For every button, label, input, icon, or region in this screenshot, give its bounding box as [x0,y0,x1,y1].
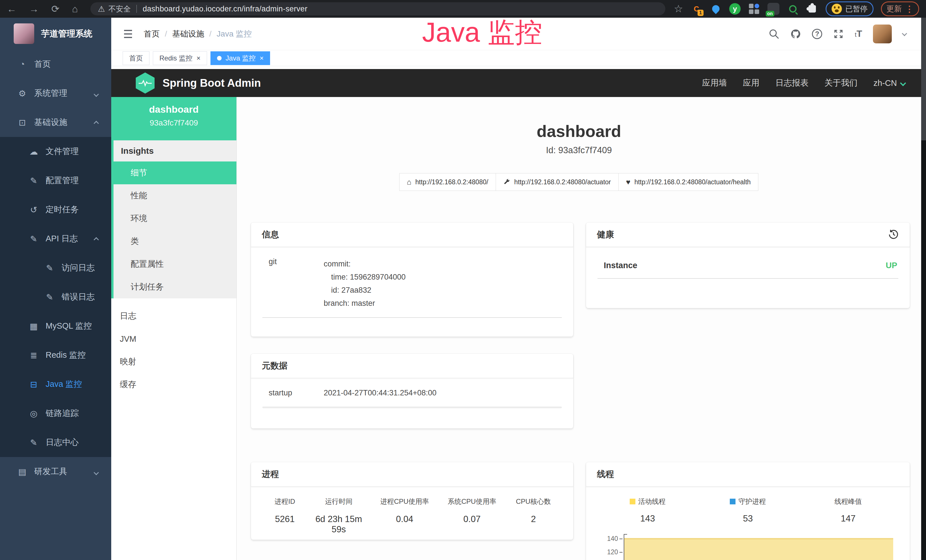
sidebar-item-job[interactable]: ↺ 定时任务 [0,195,111,224]
endpoint-actuator-link[interactable]: http://192.168.0.2:48080/actuator [496,173,619,191]
process-card-body: 进程ID5261 运行时间6d 23h 15m 59s 进程CPU使用率0.04… [251,487,573,534]
sidebar-item-system[interactable]: ⚙ 系统管理 [0,79,111,108]
sba-tab-mappings[interactable]: 映射 [111,350,236,373]
forward-icon[interactable]: → [29,4,39,14]
extension-grid-icon[interactable] [748,3,760,15]
sba-header: Spring Boot Admin 应用墙 应用 日志报表 关于我们 zh-CN [111,69,921,97]
sidebar-item-access-log[interactable]: ✎ 访问日志 [0,253,111,282]
sba-tab-properties[interactable]: 配置属性 [113,253,236,275]
breadcrumb-section[interactable]: 基础设施 [172,29,204,39]
header-actions: ? tT [769,24,906,43]
endpoint-home-link[interactable]: ⌂ http://192.168.0.2:48080/ [399,173,496,191]
extension-colorzilla-icon[interactable]: C1 [690,3,702,15]
close-icon[interactable]: × [197,54,200,62]
extensions-puzzle-icon[interactable] [806,3,818,15]
browser-home-icon[interactable]: ⌂ [72,4,78,14]
breadcrumb-current: Java 监控 [217,29,252,39]
extension-green-icon[interactable]: y [729,3,741,15]
avatar-caret-icon[interactable] [903,31,906,36]
help-icon[interactable]: ? [812,29,822,39]
active-threads-value: 143 [640,513,655,524]
instance-id: 93a3fc7f7409 [111,118,236,127]
sidebar-item-mysql[interactable]: ▦ MySQL 监控 [0,312,111,341]
sidebar-item-api-log[interactable]: ✎ API 日志 [0,224,111,253]
search-icon[interactable] [769,29,779,39]
history-icon[interactable] [888,229,899,240]
divider [262,407,562,408]
sba-sidebar-items: 日志 JVM 映射 缓存 [111,305,236,396]
daemon-threads-value: 53 [743,513,753,524]
process-card-header: 进程 [251,462,573,487]
sba-tab-classes[interactable]: 类 [113,230,236,253]
avatar[interactable] [873,24,892,43]
sba-tab-scheduled-tasks[interactable]: 计划任务 [113,275,236,298]
spring-boot-admin-logo-icon [136,73,154,94]
cpu-cores-label: CPU核心数 [505,497,562,506]
endpoint-health-link[interactable]: ♥ http://192.168.0.2:48080/actuator/heal… [618,173,758,191]
metadata-card: 元数据 startup 2021-04-27T00:44:31.254+08:0… [251,354,573,428]
sidebar-item-error-log[interactable]: ✎ 错误日志 [0,282,111,312]
system-cpu-value: 0.07 [439,514,505,524]
browser-update-button[interactable]: 更新 ⋮ [881,2,919,16]
font-size-icon[interactable]: tT [855,29,862,39]
sba-tab-details[interactable]: 细节 [113,162,236,184]
extension-on-icon[interactable]: on [767,3,779,15]
sba-tab-log[interactable]: 日志 [111,305,236,327]
sidebar-item-log-center[interactable]: ✎ 日志中心 [0,428,111,457]
browser-menu-icon[interactable]: ⋮ [905,4,914,14]
sba-tab-environment[interactable]: 环境 [113,207,236,230]
sba-tab-performance[interactable]: 性能 [113,184,236,207]
sidebar-item-infra[interactable]: ⊡ 基础设施 [0,108,111,137]
sba-language-select[interactable]: zh-CN [873,79,905,88]
collapse-sidebar-icon[interactable] [122,28,134,40]
sidebar-item-java[interactable]: ⊟ Java 监控 [0,370,111,399]
github-icon[interactable] [790,29,801,39]
sidebar-item-trace[interactable]: ◎ 链路追踪 [0,399,111,428]
address-bar[interactable]: ⚠ 不安全 dashboard.yudao.iocoder.cn/infra/a… [91,2,665,15]
sba-tab-jvm[interactable]: JVM [111,327,236,350]
sba-instance-block[interactable]: dashboard 93a3fc7f7409 [111,97,236,140]
metadata-card-header: 元数据 [251,354,573,378]
health-card: 健康 Instance UP [586,222,910,308]
divider [136,5,137,13]
tab-redis[interactable]: Redis 监控× [153,51,207,65]
startup-label: startup [262,389,324,397]
reload-icon[interactable]: ⟳ [51,4,60,14]
sidebar-item-redis[interactable]: ≣ Redis 监控 [0,341,111,370]
url-text[interactable]: dashboard.yudao.iocoder.cn/infra/admin-s… [142,5,307,14]
startup-row: startup 2021-04-27T00:44:31.254+08:00 [262,389,562,407]
cloud-upload-icon: ☁ [27,147,40,157]
sba-nav-about[interactable]: 关于我们 [825,77,858,89]
back-icon[interactable]: ← [7,4,17,14]
tab-home[interactable]: 首页 [123,51,150,65]
sba-nav-journal[interactable]: 日志报表 [775,77,808,89]
sba-nav-wallboard[interactable]: 应用墙 [702,77,727,89]
sidebar-item-config[interactable]: ✎ 配置管理 [0,166,111,195]
git-label: git [262,257,324,310]
security-label[interactable]: 不安全 [108,4,131,14]
bookmark-star-icon[interactable]: ☆ [674,3,683,15]
sba-tab-caches[interactable]: 缓存 [111,373,236,396]
endpoint-links: ⌂ http://192.168.0.2:48080/ http://192.1… [237,173,921,191]
tab-java[interactable]: Java 监控× [210,51,270,65]
fullscreen-icon[interactable] [833,29,844,39]
close-icon[interactable]: × [260,54,263,62]
heartbeat-icon: ♥ [626,178,630,186]
sba-nav-applications[interactable]: 应用 [743,77,760,89]
extension-pin-icon[interactable] [710,3,722,15]
scrollbar-thumb[interactable] [921,18,926,140]
instance-id-line: Id: 93a3fc7f7409 [237,145,921,156]
instance-health-row: Instance UP [598,261,898,279]
sidebar-item-home[interactable]: ◔ 首页 [0,50,111,79]
sidebar-item-file[interactable]: ☁ 文件管理 [0,137,111,166]
git-row: git commit: time: 1596289704000 id: 27aa… [262,257,562,318]
extension-magnifier-icon[interactable] [787,3,799,15]
profile-paused-chip[interactable]: 已暂停 [826,2,873,16]
breadcrumb-home[interactable]: 首页 [144,29,160,39]
annotation-overlay-text: Java 监控 [422,14,542,51]
instance-name: dashboard [111,104,236,115]
status-badge: UP [886,261,897,270]
page-scrollbar[interactable] [921,18,926,560]
active-threads-label: 活动线程 [638,497,666,506]
sidebar-item-devtool[interactable]: ▤ 研发工具 [0,457,111,486]
